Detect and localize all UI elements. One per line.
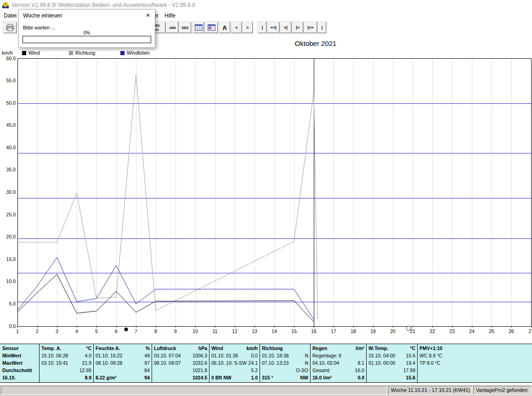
cell-value: 1006.3 [192, 352, 207, 359]
nav-first-button[interactable]: | [258, 22, 266, 33]
col-header-regen: Regen [312, 345, 327, 351]
row-label-maxwert: MaxWert [2, 360, 23, 366]
printer-icon [6, 24, 14, 31]
cell-value: 97 [144, 360, 150, 366]
cell-value: 24.1 [249, 360, 258, 366]
cell-value: 8.9 [85, 374, 91, 381]
y-axis-unit-label: km/h [2, 50, 13, 56]
cell-desc: 01.10. 15:22 [96, 352, 122, 359]
cell-desc: Regentage: 6 [312, 352, 341, 359]
page-back-button[interactable]: < [232, 22, 242, 33]
minmax-table-button[interactable] [205, 22, 218, 33]
col-header-feuchte-a: Feuchte A. [96, 345, 120, 351]
y-tick-label: 25.0 [6, 212, 16, 217]
nav-fast-forward-button[interactable]: |>> [304, 22, 317, 33]
x-tick-label: 12 [232, 328, 238, 334]
legend-swatch-wind [22, 51, 26, 55]
nav-first-button-label: | [262, 25, 263, 30]
x-tick-label: 24 [469, 328, 475, 334]
y-tick-label: 50.0 [6, 100, 16, 106]
font-button-label: A [222, 24, 226, 31]
data-table-button[interactable] [193, 22, 204, 33]
x-tick-label: 11 [213, 328, 218, 334]
x-tick-label: 20 [390, 328, 396, 334]
cell-value: N [305, 360, 308, 366]
window-title: Version V2.99.8.9! Wetterstation Bedien-… [11, 2, 195, 8]
nav-fast-forward-button-label: |>> [307, 25, 313, 30]
month-dez-button-label: DEZ [182, 26, 189, 30]
y-tick-label: 0.0 [9, 323, 16, 329]
page-forward-button[interactable]: > [243, 22, 253, 33]
x-tick-label: 22 [430, 328, 435, 334]
x-tick-label: 8 [154, 328, 157, 334]
x-tick-label: 10 [192, 328, 198, 334]
nav-forward-button-label: |> [296, 25, 300, 30]
y-tick-label: 40.0 [6, 145, 16, 150]
y-tick-label: 15.0 [6, 256, 16, 262]
cell-desc: 01.10. 00:00 [368, 360, 395, 366]
cell-desc: 15.10. 04:00 [368, 352, 395, 359]
nav-rewind-button[interactable]: <<| [267, 22, 279, 33]
cell-value: 21.9 [82, 360, 91, 366]
col-header-pmv-1-10: PMV+1:10 [419, 345, 442, 351]
nav-forward-button[interactable]: |> [292, 22, 303, 33]
x-tick-label: 5 [95, 328, 98, 334]
font-button[interactable]: A [219, 22, 230, 33]
x-tick-label: 6 [115, 328, 118, 334]
table-col-temp-a: Temp. A.°C15.10. 06:284.003.10. 15:4121.… [39, 344, 93, 382]
page-back-button-label: < [235, 25, 238, 30]
x-tick-label: 2 [36, 328, 39, 334]
cell-value: 0.0 [251, 352, 258, 359]
status-device: VantagePro2 gefunden [473, 386, 531, 395]
cell-desc: 06.10. 10: S-SW [211, 360, 247, 366]
x-tick-label: 1 [16, 328, 19, 334]
cell-value: 15.6 [406, 374, 415, 381]
month-dez-button[interactable]: DEZ [179, 22, 191, 33]
cell-value: 84 [144, 367, 150, 373]
cell-value: 49 [144, 352, 150, 359]
cell-desc: 03.10. 15:41 [41, 360, 68, 366]
cell-desc: 01.10. 18:38 [262, 352, 289, 359]
print-button[interactable] [4, 22, 17, 33]
x-tick-label: 18 [351, 328, 356, 334]
row-label-minwert: MinWert [2, 352, 21, 359]
status-week-range: Woche 11.10.21 - 17.10.21 (KW41) [388, 386, 472, 395]
x-tick-label: 26 [509, 328, 514, 334]
progress-percent-label: 0% [19, 30, 155, 35]
week-view-button-label: MO-SU [154, 23, 165, 32]
cell-desc: 15.10. 06:28 [41, 352, 68, 359]
cell-value: 1021.8 [192, 367, 207, 373]
col-header-temp-a: Temp. A. [41, 345, 61, 351]
x-tick-label: 7 [135, 328, 137, 334]
col-unit-feuchte-a: % [146, 345, 150, 351]
nav-last-button[interactable]: | [318, 22, 326, 33]
month-jan-button[interactable]: JAN [166, 22, 178, 33]
menu-item-hilfe[interactable]: Hilfe [164, 12, 175, 19]
col-unit-w-temp: °C [410, 345, 415, 351]
col-header-wind: Wind [211, 345, 223, 351]
menu-item-datei[interactable]: Datei [4, 12, 17, 19]
col-header-richtung: Richtung [262, 345, 283, 351]
chart-title: Oktober 2021 [256, 40, 375, 47]
legend-label-richtung: Richtung [75, 50, 95, 56]
cell-value: 5.2 [251, 367, 258, 373]
cell-value: 0.0 [357, 374, 364, 381]
nav-last-button-label: | [322, 25, 323, 30]
y-tick-label: 55.0 [6, 78, 16, 83]
table-minmax-icon [208, 24, 215, 31]
x-tick-label: 27 [528, 328, 532, 334]
cell-value: 4.0 [85, 352, 91, 359]
cell-desc: 0 Bft NW [211, 374, 232, 381]
table-col-wind: Windkm/h01.10. 01:360.006.10. 10: S-SW24… [209, 344, 260, 382]
cell-value: O-SO [296, 367, 308, 373]
nav-rewind-button-label: <<| [270, 25, 276, 30]
cell-value: 12.95 [79, 367, 91, 373]
close-icon[interactable]: × [143, 11, 153, 20]
x-tick-label: 19 [370, 328, 376, 334]
x-tick-label: 25 [489, 328, 494, 334]
legend-item-richtung: Richtung [69, 50, 95, 56]
col-header-w-temp: W-Temp. [368, 345, 388, 351]
legend-label-windb-en: Windböen [127, 50, 150, 56]
cell-value: 17.99 [403, 367, 415, 373]
nav-back-button[interactable]: <| [280, 22, 291, 33]
